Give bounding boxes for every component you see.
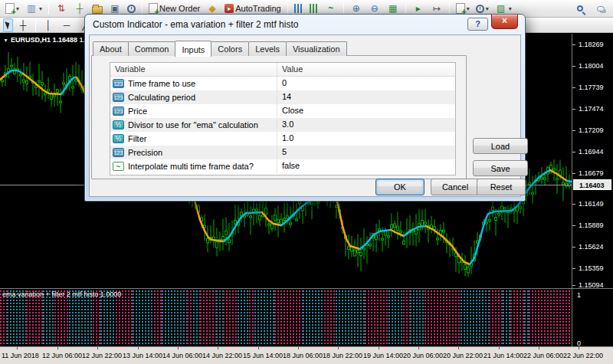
new-chart-icon (5, 3, 15, 14)
param-row[interactable]: 123PriceClose (110, 104, 455, 118)
cursor-tool-button[interactable] (3, 18, 13, 32)
help-button[interactable]: ? (467, 18, 488, 31)
time-label: 21 Jun 14:00 (484, 352, 523, 359)
price-label: 1.16679 (579, 169, 604, 177)
param-row[interactable]: 123Calculating period14 (110, 90, 455, 104)
tab-common[interactable]: Common (128, 41, 176, 56)
price-label: 1.15359 (579, 264, 604, 272)
param-value[interactable]: 1.0 (277, 132, 455, 146)
time-label: 19 Jun 14:00 (363, 352, 403, 359)
time-label: 22 Jun 22:00 (563, 352, 603, 359)
time-tick (338, 347, 339, 349)
reset-button[interactable]: Reset (477, 179, 526, 195)
param-name: Time frame to use (128, 79, 195, 88)
price-label: 1.15624 (579, 243, 604, 251)
time-tick (298, 347, 299, 349)
terminal-icon: ▣ (109, 3, 121, 15)
toolbar-separator (287, 2, 288, 15)
value-column-header: Value (277, 63, 455, 76)
param-value[interactable]: 14 (277, 90, 455, 104)
candlestick-chart-icon (310, 4, 319, 13)
load-button[interactable]: Load (473, 138, 528, 154)
symbol-label[interactable]: ▼EURUSD,H1 1.16488 1.165 (3, 36, 97, 44)
save-button[interactable]: Save (473, 160, 528, 176)
time-tick (258, 347, 259, 349)
price-tick (572, 204, 575, 205)
price-tick (572, 285, 575, 286)
toolbar-separator (405, 2, 406, 15)
chevron-down-icon: ▾ (467, 5, 470, 12)
market-watch-button[interactable]: ⇅ (53, 2, 70, 15)
price-tick (572, 268, 575, 269)
time-tick (379, 347, 379, 349)
data-window-icon: ┼ (74, 3, 86, 15)
param-name: Price (128, 107, 147, 116)
table-header: Variable Value (110, 63, 455, 77)
chevron-down-icon: ▾ (509, 5, 512, 12)
time-tick (418, 347, 419, 349)
indicators-icon (456, 3, 465, 14)
int-param-icon: 123 (113, 148, 124, 157)
cancel-button[interactable]: Cancel (431, 179, 480, 195)
int-param-icon: 123 (113, 107, 124, 116)
param-row[interactable]: 123Time frame to use0 (110, 77, 455, 90)
close-button[interactable]: × (491, 15, 518, 29)
double-param-icon: ½ (113, 120, 124, 130)
tab-colors[interactable]: Colors (211, 41, 249, 56)
time-tick (539, 347, 539, 349)
price-tick (572, 109, 575, 110)
chat-button[interactable] (595, 2, 607, 15)
time-tick (138, 347, 139, 349)
inputs-tab-page: Variable Value 123Time frame to use0123C… (91, 55, 467, 179)
line-chart-icon: ~ (325, 3, 337, 15)
param-value[interactable]: 3.0 (277, 118, 455, 132)
param-value[interactable]: 5 (277, 146, 455, 159)
chat-icon (597, 6, 605, 11)
price-label: 1.15889 (579, 221, 604, 229)
param-row[interactable]: 123Precision5 (110, 146, 455, 159)
autotrading-label: AutoTrading (235, 4, 281, 13)
price-axis[interactable]: 1.182691.180041.177391.174741.172091.169… (572, 34, 613, 346)
horizontal-line-tool-button[interactable]: ─ (58, 18, 75, 32)
price-tick (572, 87, 575, 88)
tab-levels[interactable]: Levels (248, 41, 287, 56)
search-button[interactable] (575, 2, 585, 15)
param-value[interactable]: Close (277, 104, 455, 118)
time-axis[interactable]: 11 Jun 201812 Jun 06:0012 Jun 22:0013 Ju… (0, 346, 613, 364)
vertical-line-tool-button[interactable]: │ (40, 18, 57, 32)
profiles-icon: ▥ (25, 3, 38, 15)
cursor-icon (5, 20, 11, 29)
price-tick (572, 66, 575, 67)
toolbar-separator (142, 2, 143, 15)
periods-clock-icon (476, 5, 484, 13)
crosshair-tool-button[interactable]: ┼ (15, 18, 31, 32)
param-value[interactable]: 0 (277, 77, 455, 90)
price-tick (572, 225, 575, 226)
time-label: 14 Jun 22:00 (202, 352, 242, 359)
param-row[interactable]: ½Filter1.0 (110, 132, 455, 146)
ok-button[interactable]: OK (375, 179, 425, 195)
tab-about[interactable]: About (93, 41, 129, 56)
new-order-label: New Order (159, 4, 200, 13)
profiles-button[interactable]: ▥ ▾ (23, 2, 44, 15)
price-label: 1.18269 (579, 41, 604, 48)
indicator-pane[interactable]: ema variation + filter 2 mtf histo 1.000… (0, 289, 572, 346)
time-tick (17, 347, 18, 349)
tab-visualization[interactable]: Visualization (286, 41, 347, 56)
time-tick (579, 347, 579, 349)
param-row[interactable]: ½Divisor to use for "ema" calculation3.0 (110, 118, 455, 132)
parameters-table[interactable]: Variable Value 123Time frame to use0123C… (110, 62, 456, 175)
param-value[interactable]: false (277, 159, 455, 173)
price-label: 1.16149 (579, 200, 604, 208)
param-row[interactable]: ~Interpolate multi time frame data?false (110, 159, 455, 173)
bars-chart-icon (294, 4, 303, 13)
new-chart-button[interactable]: ▾ (3, 2, 21, 15)
price-label: 1.17209 (579, 126, 604, 134)
pane-separator[interactable] (0, 288, 613, 289)
auto-scroll-icon: ▸ (412, 3, 425, 15)
price-tick (572, 173, 575, 174)
price-tick (572, 152, 575, 152)
tab-inputs[interactable]: Inputs (175, 41, 211, 57)
time-label: 12 Jun 06:00 (42, 352, 82, 359)
data-window-button[interactable]: ┼ (71, 2, 88, 15)
